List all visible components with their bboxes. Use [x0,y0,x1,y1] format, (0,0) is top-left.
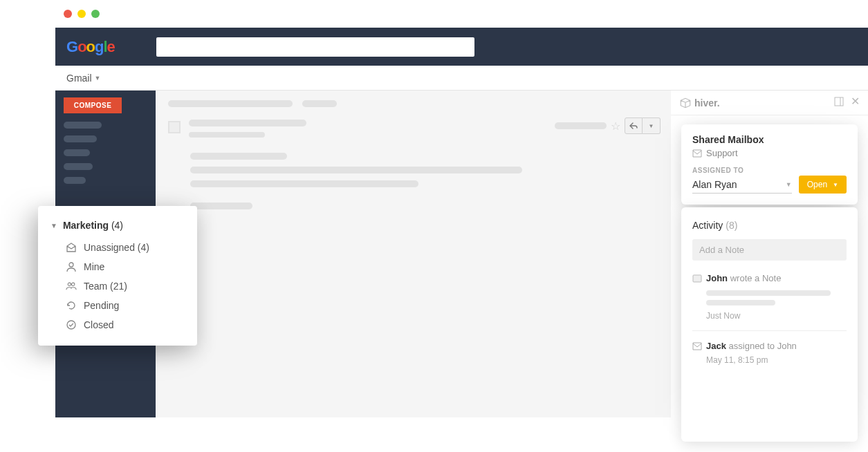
assigned-to-label: ASSIGNED TO [692,167,847,174]
chevron-down-icon: ▼ [786,181,792,188]
mail-open-icon [66,242,77,253]
mailbox-header[interactable]: ▼ Marketing (4) [38,217,197,238]
note-icon [692,274,702,283]
svg-rect-2 [693,275,701,282]
svg-rect-0 [835,97,843,106]
gmail-dropdown[interactable]: Gmail ▼ [66,73,100,84]
google-logo: Google [66,38,115,56]
email-body-2 [168,203,658,209]
panel-title: Shared Mailbox [692,134,847,145]
svg-point-5 [71,283,74,285]
status-open-button[interactable]: Open ▼ [799,176,847,194]
hiver-header: hiver. ✕ [671,91,868,115]
window-close-button[interactable] [64,10,72,18]
email-view [156,91,671,417]
mailbox-item-team[interactable]: Team (21) [38,276,197,296]
mail-icon [692,342,702,350]
users-icon [66,281,77,292]
gmail-label: Gmail [66,73,92,84]
search-input[interactable] [156,37,474,57]
email-subject-row [168,100,658,107]
panel-toggle-icon[interactable] [834,97,844,109]
svg-point-6 [67,321,75,329]
hiver-mailbox-panel: Shared Mailbox Support ASSIGNED TO Alan … [681,124,858,205]
reply-meta-placeholder [555,122,607,129]
refresh-icon [66,300,77,311]
hiver-logo: hiver. [679,97,720,109]
chevron-down-icon: ▼ [50,222,57,229]
user-icon [66,261,77,272]
activity-time: Just Now [706,311,847,321]
activity-time: May 11, 8:15 pm [706,355,847,365]
close-icon[interactable]: ✕ [851,97,860,109]
mailbox-item-unassigned[interactable]: Unassigned (4) [38,238,197,257]
add-note-input[interactable]: Add a Note [692,239,847,261]
email-body [168,153,658,187]
mailbox-item-closed[interactable]: Closed [38,315,197,335]
star-icon[interactable]: ☆ [611,120,620,133]
reply-button[interactable] [625,117,643,134]
assignee-select[interactable]: Alan Ryan ▼ [692,179,792,194]
compose-button[interactable]: COMPOSE [64,97,122,113]
header-bar: Google [55,28,868,66]
sidebar-item-placeholder[interactable] [64,149,90,156]
hiver-logo-icon [679,97,692,109]
mailbox-item-pending[interactable]: Pending [38,296,197,315]
sidebar-item-placeholder[interactable] [64,177,86,184]
subheader-bar: Gmail ▼ [55,66,868,91]
chevron-down-icon: ▼ [833,182,838,188]
reply-controls: ☆ ▼ [555,117,661,134]
reply-icon [629,122,638,129]
sender-avatar-placeholder [168,121,181,133]
sidebar-item-placeholder[interactable] [64,122,102,129]
hiver-activity-panel: Activity (8) Add a Note John wrote a Not… [681,207,858,442]
chevron-down-icon: ▼ [95,75,101,82]
mailbox-item-mine[interactable]: Mine [38,257,197,276]
mail-icon [692,149,702,158]
sidebar-item-placeholder[interactable] [64,163,93,170]
browser-chrome [55,0,868,28]
svg-point-3 [69,263,73,267]
mailbox-popup: ▼ Marketing (4) Unassigned (4) Mine Team… [38,206,197,346]
window-maximize-button[interactable] [91,10,100,18]
window-minimize-button[interactable] [77,10,86,18]
activity-item: Jack assigned to John May 11, 8:15 pm [692,341,847,375]
check-circle-icon [66,319,77,330]
reply-more-button[interactable]: ▼ [643,117,661,134]
activity-item: John wrote a Note Just Now [692,273,847,331]
assignee-value: Alan Ryan [692,179,737,190]
sidebar-item-placeholder[interactable] [64,135,97,142]
chevron-down-icon: ▼ [649,123,654,129]
activity-title: Activity (8) [692,220,847,231]
panel-subtitle: Support [692,148,847,158]
svg-point-4 [68,283,71,285]
